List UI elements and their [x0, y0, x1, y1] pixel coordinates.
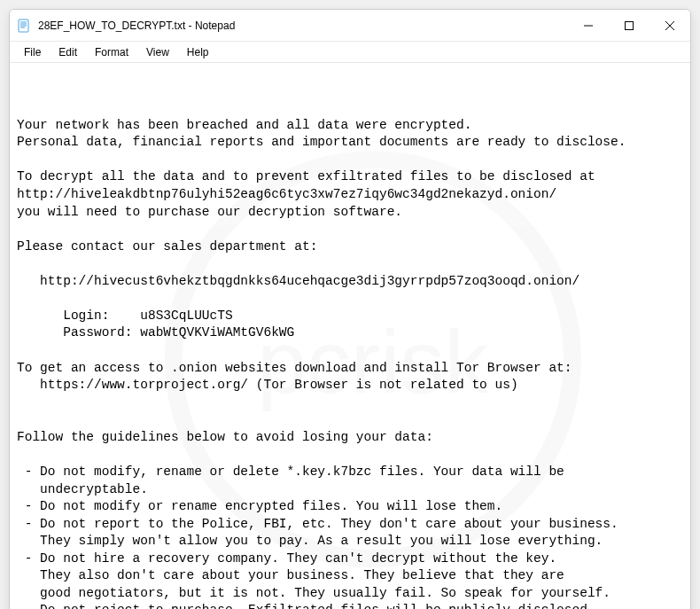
- maximize-button[interactable]: [609, 10, 649, 42]
- document-text: Your network has been breached and all d…: [17, 117, 683, 609]
- menu-file[interactable]: File: [15, 44, 50, 60]
- window-title: 28EF_HOW_TO_DECRYPT.txt - Notepad: [38, 20, 568, 32]
- menu-edit[interactable]: Edit: [50, 44, 86, 60]
- notepad-window: 28EF_HOW_TO_DECRYPT.txt - Notepad File E…: [9, 9, 691, 609]
- menu-view[interactable]: View: [137, 44, 178, 60]
- menu-format[interactable]: Format: [86, 44, 137, 60]
- titlebar[interactable]: 28EF_HOW_TO_DECRYPT.txt - Notepad: [10, 10, 690, 42]
- text-area[interactable]: pcrisk Your network has been breached an…: [10, 63, 690, 609]
- menubar: File Edit Format View Help: [10, 42, 690, 63]
- notepad-icon: [17, 19, 31, 33]
- menu-help[interactable]: Help: [178, 44, 218, 60]
- minimize-button[interactable]: [568, 10, 609, 42]
- window-controls: [568, 10, 690, 42]
- svg-rect-6: [626, 21, 634, 29]
- close-button[interactable]: [649, 10, 690, 42]
